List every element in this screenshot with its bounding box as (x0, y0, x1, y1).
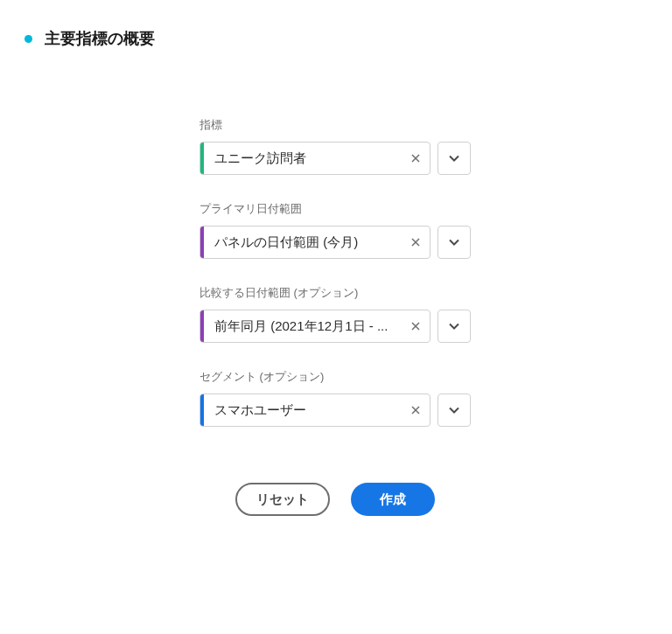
field-primary-date-range: プライマリ日付範囲 パネルの日付範囲 (今月) (200, 201, 471, 259)
field-metric-label: 指標 (200, 117, 471, 133)
chevron-down-icon (449, 323, 459, 330)
field-metric: 指標 ユニーク訪問者 (200, 117, 471, 175)
form-container: 指標 ユニーク訪問者 プライマリ日付範囲 パネルの日付範囲 (今月) (200, 117, 471, 516)
compare-date-range-select-value: 前年同月 (2021年12月1日 - ... (204, 318, 402, 335)
close-icon (411, 238, 420, 247)
primary-date-range-dropdown-button[interactable] (438, 226, 471, 259)
field-segment-label: セグメント (オプション) (200, 369, 471, 385)
field-compare-date-range: 比較する日付範囲 (オプション) 前年同月 (2021年12月1日 - ... (200, 285, 471, 343)
create-button[interactable]: 作成 (351, 483, 435, 516)
primary-date-range-clear-button[interactable] (402, 226, 430, 258)
primary-date-range-select-value: パネルの日付範囲 (今月) (204, 234, 402, 251)
chevron-down-icon (449, 239, 459, 246)
metric-select-row: ユニーク訪問者 (200, 142, 471, 175)
segment-select-value: スマホユーザー (204, 402, 402, 419)
segment-select-row: スマホユーザー (200, 394, 471, 427)
reset-button[interactable]: リセット (235, 483, 330, 516)
field-segment: セグメント (オプション) スマホユーザー (200, 369, 471, 427)
segment-clear-button[interactable] (402, 394, 430, 426)
metric-dropdown-button[interactable] (438, 142, 471, 175)
compare-date-range-clear-button[interactable] (402, 310, 430, 342)
field-primary-date-range-label: プライマリ日付範囲 (200, 201, 471, 217)
primary-date-range-select[interactable]: パネルの日付範囲 (今月) (200, 226, 430, 259)
close-icon (411, 322, 420, 331)
chevron-down-icon (449, 155, 459, 162)
bullet-icon (24, 35, 32, 43)
page-title: 主要指標の概要 (45, 28, 155, 49)
compare-date-range-select-row: 前年同月 (2021年12月1日 - ... (200, 310, 471, 343)
panel-header: 主要指標の概要 (24, 28, 648, 49)
close-icon (411, 154, 420, 163)
button-row: リセット 作成 (200, 483, 471, 516)
primary-date-range-select-row: パネルの日付範囲 (今月) (200, 226, 471, 259)
segment-dropdown-button[interactable] (438, 394, 471, 427)
field-compare-date-range-label: 比較する日付範囲 (オプション) (200, 285, 471, 301)
close-icon (411, 406, 420, 415)
metric-select[interactable]: ユニーク訪問者 (200, 142, 430, 175)
metric-select-value: ユニーク訪問者 (204, 150, 402, 167)
segment-select[interactable]: スマホユーザー (200, 394, 430, 427)
chevron-down-icon (449, 407, 459, 414)
compare-date-range-select[interactable]: 前年同月 (2021年12月1日 - ... (200, 310, 430, 343)
compare-date-range-dropdown-button[interactable] (438, 310, 471, 343)
metric-clear-button[interactable] (402, 143, 430, 174)
